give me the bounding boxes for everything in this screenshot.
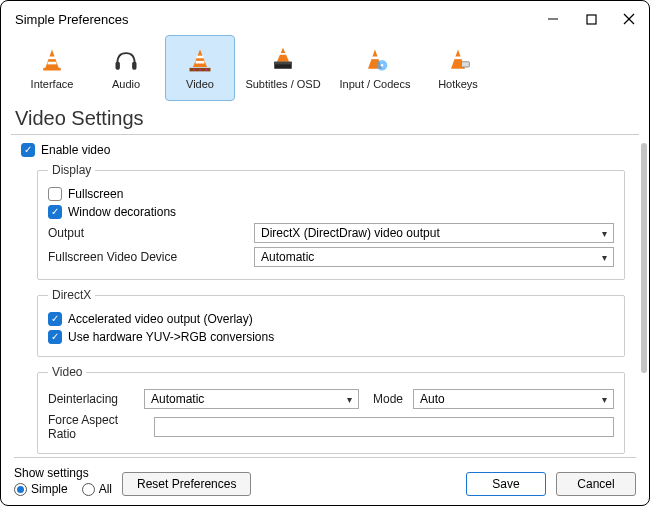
tab-label: Video <box>186 78 214 90</box>
minimize-button[interactable] <box>543 9 563 29</box>
svg-rect-22 <box>372 57 379 60</box>
tab-label: Audio <box>112 78 140 90</box>
headphones-icon <box>112 46 140 74</box>
svg-rect-8 <box>116 62 120 70</box>
svg-rect-5 <box>49 57 56 60</box>
fullscreen-checkbox[interactable] <box>48 187 62 201</box>
output-label: Output <box>48 226 248 240</box>
display-group: Display Fullscreen Window decorations Ou… <box>37 163 625 280</box>
output-value: DirectX (DirectDraw) video output <box>261 226 440 240</box>
mode-value: Auto <box>420 392 445 406</box>
tab-label: Input / Codecs <box>340 78 411 90</box>
deinterlacing-label: Deinterlacing <box>48 392 138 406</box>
tab-input-codecs[interactable]: Input / Codecs <box>331 35 419 101</box>
tab-interface[interactable]: Interface <box>17 35 87 101</box>
show-settings-label: Show settings <box>14 466 112 480</box>
accelerated-checkbox[interactable] <box>48 312 62 326</box>
section-title: Video Settings <box>1 101 649 134</box>
fullscreen-device-select[interactable]: Automatic <box>254 247 614 267</box>
window-title: Simple Preferences <box>15 12 543 27</box>
cone-film-icon <box>186 46 214 74</box>
video-legend: Video <box>48 365 86 379</box>
yuv-rgb-label: Use hardware YUV->RGB conversions <box>68 330 274 344</box>
window-decorations-label: Window decorations <box>68 205 176 219</box>
cancel-button[interactable]: Cancel <box>556 472 636 496</box>
svg-rect-11 <box>197 56 204 59</box>
accelerated-label: Accelerated video output (Overlay) <box>68 312 253 326</box>
tab-label: Subtitles / OSD <box>245 78 320 90</box>
deinterlacing-value: Automatic <box>151 392 204 406</box>
footer-divider <box>14 457 636 458</box>
maximize-button[interactable] <box>581 9 601 29</box>
scrollbar[interactable] <box>641 143 647 373</box>
radio-simple-label: Simple <box>31 482 68 496</box>
divider <box>11 134 639 135</box>
tab-subtitles[interactable]: Subtitles / OSD <box>239 35 327 101</box>
svg-rect-20 <box>274 62 292 65</box>
radio-all-label: All <box>99 482 112 496</box>
svg-rect-7 <box>43 68 61 71</box>
radio-all[interactable] <box>82 483 95 496</box>
force-aspect-label: Force Aspect Ratio <box>48 413 148 441</box>
cone-icon <box>38 46 66 74</box>
tab-audio[interactable]: Audio <box>91 35 161 101</box>
close-icon <box>623 13 635 25</box>
svg-rect-26 <box>455 57 462 60</box>
svg-rect-1 <box>587 15 596 24</box>
deinterlacing-select[interactable]: Automatic <box>144 389 359 409</box>
save-button[interactable]: Save <box>466 472 546 496</box>
maximize-icon <box>586 14 597 25</box>
directx-legend: DirectX <box>48 288 95 302</box>
svg-point-14 <box>193 69 195 71</box>
minimize-icon <box>547 13 559 25</box>
enable-video-checkbox[interactable] <box>21 143 35 157</box>
svg-point-15 <box>199 69 201 71</box>
fullscreen-label: Fullscreen <box>68 187 123 201</box>
force-aspect-input[interactable] <box>154 417 614 437</box>
enable-video-label: Enable video <box>41 143 110 157</box>
window-decorations-checkbox[interactable] <box>48 205 62 219</box>
display-legend: Display <box>48 163 95 177</box>
fullscreen-device-label: Fullscreen Video Device <box>48 250 248 264</box>
reset-preferences-button[interactable]: Reset Preferences <box>122 472 251 496</box>
tab-label: Hotkeys <box>438 78 478 90</box>
cone-clapper-icon <box>269 46 297 74</box>
radio-simple[interactable] <box>14 483 27 496</box>
tab-video[interactable]: Video <box>165 35 235 101</box>
close-button[interactable] <box>619 9 639 29</box>
svg-point-16 <box>205 69 207 71</box>
tab-label: Interface <box>31 78 74 90</box>
directx-group: DirectX Accelerated video output (Overla… <box>37 288 625 357</box>
tab-hotkeys[interactable]: Hotkeys <box>423 35 493 101</box>
cone-keys-icon <box>444 46 472 74</box>
fullscreen-device-value: Automatic <box>261 250 314 264</box>
svg-rect-9 <box>132 62 136 70</box>
cone-disc-icon <box>361 46 389 74</box>
video-group: Video Deinterlacing Automatic Mode Auto … <box>37 365 625 454</box>
svg-rect-6 <box>48 62 57 65</box>
svg-rect-12 <box>196 61 205 64</box>
mode-select[interactable]: Auto <box>413 389 614 409</box>
mode-label: Mode <box>373 392 403 406</box>
svg-point-24 <box>381 64 384 67</box>
svg-rect-27 <box>462 62 470 67</box>
output-select[interactable]: DirectX (DirectDraw) video output <box>254 223 614 243</box>
yuv-rgb-checkbox[interactable] <box>48 330 62 344</box>
svg-rect-18 <box>280 53 287 55</box>
